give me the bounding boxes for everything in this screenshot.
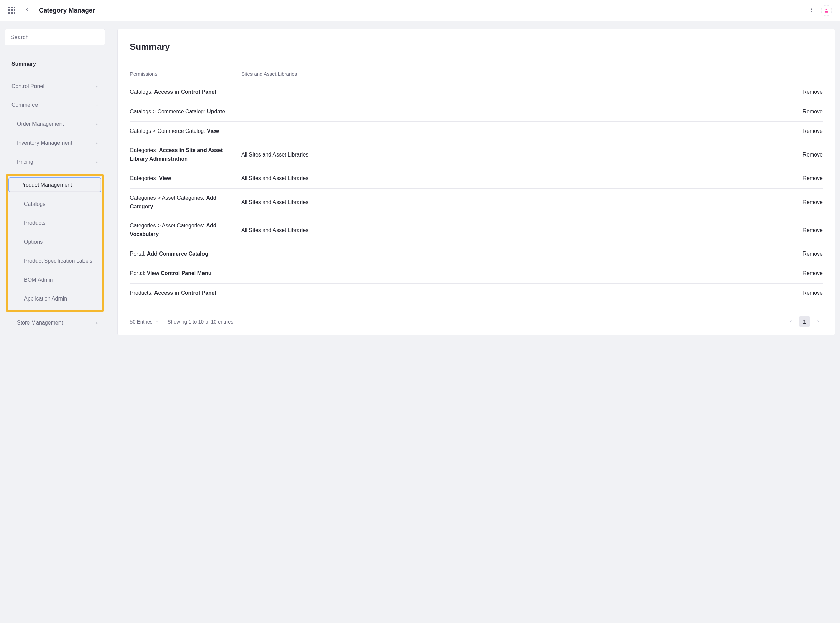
back-icon[interactable] (25, 8, 29, 14)
remove-link[interactable]: Remove (802, 175, 823, 181)
panel-heading: Summary (130, 41, 823, 52)
remove-link[interactable]: Remove (802, 251, 823, 256)
table-row: Catalogs > Commerce Catalog: ViewRemove (130, 122, 823, 141)
search-input[interactable] (5, 29, 105, 45)
cell-permission: Products: Access in Control Panel (130, 289, 241, 298)
pager-next[interactable] (813, 317, 823, 326)
highlight-box: Product Management Catalogs Products Opt… (6, 175, 104, 312)
svg-marker-5 (97, 105, 98, 106)
svg-marker-8 (97, 161, 98, 163)
svg-marker-7 (97, 143, 98, 144)
sidebar-item-label: Product Specification Labels (24, 258, 92, 264)
col-header-sites: Sites and Asset Libraries (241, 71, 336, 77)
apps-icon[interactable] (8, 7, 15, 14)
sidebar-item-application-admin[interactable]: Application Admin (9, 292, 101, 305)
table-row: Catalogs: Access in Control PanelRemove (130, 83, 823, 102)
sidebar-item-product-management[interactable]: Product Management (9, 178, 101, 192)
sidebar-item-label: Summary (11, 61, 36, 67)
svg-point-2 (811, 11, 812, 12)
table-row: Categories > Asset Categories: Add Categ… (130, 189, 823, 217)
table-row: Categories: Access in Site and Asset Lib… (130, 141, 823, 169)
cell-permission: Portal: Add Commerce Catalog (130, 250, 241, 258)
sidebar-item-label: Pricing (17, 159, 34, 165)
cell-sites: All Sites and Asset Libraries (241, 152, 336, 158)
cell-sites: All Sites and Asset Libraries (241, 175, 336, 181)
caret-right-icon (96, 159, 98, 165)
sidebar-item-label: Catalogs (24, 201, 45, 207)
svg-point-3 (826, 9, 828, 11)
svg-marker-11 (156, 321, 157, 321)
pager-page[interactable]: 1 (799, 316, 810, 327)
remove-link[interactable]: Remove (802, 199, 823, 205)
table-header: Permissions Sites and Asset Libraries (130, 71, 823, 83)
remove-link[interactable]: Remove (802, 290, 823, 296)
svg-marker-10 (97, 322, 98, 324)
cell-permission: Catalogs > Commerce Catalog: Update (130, 107, 241, 116)
svg-marker-4 (97, 86, 98, 87)
col-header-permissions: Permissions (130, 71, 241, 77)
sidebar-item-order-management[interactable]: Order Management (6, 118, 104, 130)
cell-permission: Categories > Asset Categories: Add Categ… (130, 194, 241, 211)
cell-sites: All Sites and Asset Libraries (241, 199, 336, 206)
sidebar-item-commerce[interactable]: Commerce (6, 99, 104, 112)
sidebar-item-label: Product Management (20, 182, 72, 188)
table-row: Categories > Asset Categories: Add Vocab… (130, 216, 823, 244)
caret-right-icon (96, 320, 98, 326)
sidebar-item-pricing[interactable]: Pricing (6, 155, 104, 168)
caret-right-icon (96, 121, 98, 127)
sidebar-item-product-spec-labels[interactable]: Product Specification Labels (9, 255, 101, 267)
cell-permission: Categories > Asset Categories: Add Vocab… (130, 222, 241, 239)
sidebar-item-control-panel[interactable]: Control Panel (6, 80, 104, 93)
sidebar-item-label: Options (24, 239, 43, 245)
table-row: Catalogs > Commerce Catalog: UpdateRemov… (130, 102, 823, 122)
sidebar-item-label: Commerce (11, 102, 38, 108)
entries-label: 50 Entries (130, 319, 153, 325)
svg-point-0 (811, 8, 812, 9)
kebab-icon[interactable] (809, 7, 814, 14)
sidebar-item-summary[interactable]: Summary (6, 57, 104, 70)
svg-marker-6 (97, 124, 98, 126)
cell-permission: Catalogs: Access in Control Panel (130, 88, 241, 96)
sidebar-item-inventory-management[interactable]: Inventory Management (6, 137, 104, 149)
table-row: Portal: Add Commerce CatalogRemove (130, 244, 823, 264)
caret-right-icon (96, 140, 98, 146)
sidebar-item-bom-admin[interactable]: BOM Admin (9, 273, 101, 286)
caret-right-icon (96, 83, 98, 89)
table-row: Categories: ViewAll Sites and Asset Libr… (130, 169, 823, 189)
cell-permission: Catalogs > Commerce Catalog: View (130, 127, 241, 135)
pager-prev[interactable] (786, 317, 796, 326)
sidebar-item-label: Application Admin (24, 296, 67, 302)
remove-link[interactable]: Remove (802, 270, 823, 276)
cell-permission: Portal: View Control Panel Menu (130, 269, 241, 278)
sidebar-item-label: Order Management (17, 121, 64, 127)
sidebar-item-label: Inventory Management (17, 140, 72, 146)
sidebar-item-options[interactable]: Options (9, 236, 101, 249)
svg-marker-12 (156, 322, 157, 322)
table-row: Portal: View Control Panel MenuRemove (130, 264, 823, 284)
remove-link[interactable]: Remove (802, 227, 823, 233)
showing-label: Showing 1 to 10 of 10 entries. (168, 319, 235, 325)
caret-down-icon (96, 102, 98, 108)
pager: 1 (786, 316, 823, 327)
cell-permission: Categories: View (130, 175, 241, 183)
cell-permission: Categories: Access in Site and Asset Lib… (130, 146, 241, 163)
sort-icon (155, 320, 158, 323)
sidebar-item-label: Products (24, 220, 45, 226)
sidebar-item-label: BOM Admin (24, 277, 53, 283)
remove-link[interactable]: Remove (802, 152, 823, 158)
sidebar-item-label: Store Management (17, 320, 63, 326)
cell-sites: All Sites and Asset Libraries (241, 227, 336, 233)
entries-select[interactable]: 50 Entries (130, 319, 158, 325)
svg-point-1 (811, 9, 812, 10)
sidebar-item-store-management[interactable]: Store Management (6, 316, 104, 329)
remove-link[interactable]: Remove (802, 89, 823, 95)
sidebar-item-label: Control Panel (11, 83, 44, 89)
remove-link[interactable]: Remove (802, 128, 823, 134)
sidebar-item-products[interactable]: Products (9, 217, 101, 230)
remove-link[interactable]: Remove (802, 109, 823, 114)
page-title: Category Manager (39, 7, 95, 14)
sidebar-item-catalogs[interactable]: Catalogs (9, 198, 101, 210)
avatar[interactable] (821, 5, 832, 16)
table-row: Products: Access in Control PanelRemove (130, 284, 823, 303)
